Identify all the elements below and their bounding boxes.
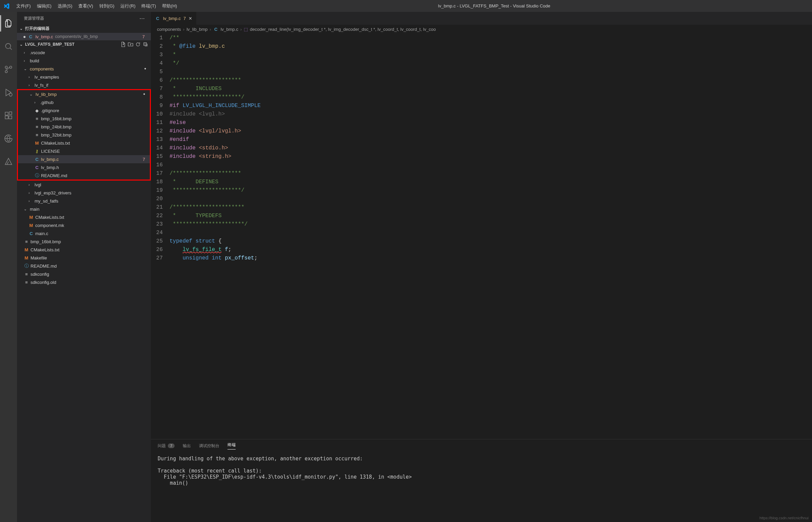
tree-file-bmp16[interactable]: ≡bmp_16bit.bmp	[18, 115, 150, 123]
file-icon: ≡	[24, 280, 29, 285]
c-file-icon: C	[155, 16, 160, 21]
panel-tab-output[interactable]: 输出	[183, 442, 191, 449]
menu-edit[interactable]: 编辑(E)	[34, 2, 54, 11]
chevron-right-icon: ›	[24, 51, 28, 55]
tree-file-bmp32[interactable]: ≡bmp_32bit.bmp	[18, 131, 150, 139]
tree-file-cmake2[interactable]: MCMakeLists.txt	[17, 213, 151, 221]
breadcrumb-part[interactable]: lv_bmp.c	[221, 27, 238, 32]
tree-folder-lvgl-drivers[interactable]: ›lvgl_esp32_drivers	[17, 189, 151, 197]
modified-dot-icon: •	[144, 67, 148, 71]
tree-file-cmake3[interactable]: MCMakeLists.txt	[17, 246, 151, 254]
license-icon: ⚷	[34, 149, 40, 154]
menu-file[interactable]: 文件(F)	[14, 2, 34, 11]
terminal-output[interactable]: During handling of the above exception, …	[151, 452, 812, 522]
menu-view[interactable]: 查看(V)	[76, 2, 96, 11]
svg-line-1	[10, 48, 12, 49]
tree-folder-lv-fs-if[interactable]: ›lv_fs_if	[17, 81, 151, 89]
tree-folder-components[interactable]: ⌄components•	[17, 65, 151, 73]
activity-bar	[0, 12, 17, 522]
project-name: LVGL_FATFS_BMP_TEST	[25, 42, 75, 47]
tree-file-bmp24[interactable]: ≡bmp_24bit.bmp	[18, 123, 150, 131]
tree-file-readme1[interactable]: ⓘREADME.md	[18, 172, 150, 180]
project-header[interactable]: ⌄ LVGL_FATFS_BMP_TEST	[17, 40, 151, 48]
chevron-down-icon: ⌄	[24, 207, 28, 212]
new-file-icon[interactable]	[120, 42, 126, 47]
modified-dot-icon: •	[143, 93, 147, 96]
menu-help[interactable]: 帮助(H)	[159, 2, 180, 11]
tree-folder-build[interactable]: ›build	[17, 57, 151, 65]
extensions-icon[interactable]	[0, 107, 17, 124]
source-control-icon[interactable]	[0, 61, 17, 78]
panel-tab-debug[interactable]: 调试控制台	[199, 442, 219, 449]
run-debug-icon[interactable]	[0, 84, 17, 101]
breadcrumb-part[interactable]: components	[157, 27, 181, 32]
info-icon: ⓘ	[34, 173, 40, 179]
explorer-icon[interactable]	[0, 15, 17, 32]
tree-folder-lv-examples[interactable]: ›lv_examples	[17, 73, 151, 81]
breadcrumb[interactable]: components › lv_lib_bmp › C lv_bmp.c › ⬚…	[151, 25, 812, 34]
open-editor-item[interactable]: ● C lv_bmp.c components\lv_lib_bmp 7	[17, 33, 151, 40]
tree-file-makefile[interactable]: MMakefile	[17, 254, 151, 262]
breadcrumb-part[interactable]: lv_lib_bmp	[187, 27, 208, 32]
chevron-right-icon: ›	[28, 199, 33, 203]
c-file-icon: C	[213, 27, 219, 32]
svg-point-0	[5, 43, 11, 48]
tree-file-sdkconfig-old[interactable]: ≡sdkconfig.old	[17, 278, 151, 286]
tree-folder-main[interactable]: ⌄main	[17, 205, 151, 213]
svg-marker-11	[5, 158, 12, 164]
refresh-icon[interactable]	[135, 42, 141, 47]
code-editor[interactable]: 1234567891011121314151617181920212223242…	[151, 34, 812, 439]
svg-marker-5	[6, 89, 11, 96]
menu-terminal[interactable]: 终端(T)	[139, 2, 159, 11]
tree-file-gitignore[interactable]: ◆.gitignore	[18, 106, 150, 115]
titlebar: 文件(F) 编辑(E) 选择(S) 查看(V) 转到(G) 运行(R) 终端(T…	[0, 0, 812, 12]
remote-icon[interactable]	[0, 130, 17, 147]
breadcrumb-symbol[interactable]: decoder_read_line(lv_img_decoder_t *, lv…	[250, 27, 436, 32]
search-icon[interactable]	[0, 38, 17, 55]
tab-lv-bmp-c[interactable]: C lv_bmp.c 7 ✕	[151, 12, 196, 25]
code-content[interactable]: /** * @file lv_bmp.c * */ /*************…	[170, 34, 812, 439]
line-gutter: 1234567891011121314151617181920212223242…	[151, 34, 170, 439]
tab-badge: 7	[183, 16, 186, 21]
tree-file-cmake1[interactable]: MCMakeLists.txt	[18, 139, 150, 147]
tree-folder-my-sd[interactable]: ›my_sd_fatfs	[17, 197, 151, 205]
svg-rect-7	[5, 112, 8, 115]
tree-folder-github[interactable]: ›.github	[18, 98, 150, 106]
m-file-icon: M	[34, 141, 40, 146]
file-icon: ≡	[34, 116, 40, 121]
chevron-right-icon: ›	[34, 100, 39, 104]
menu-go[interactable]: 转到(G)	[97, 2, 117, 11]
tree-file-main-c[interactable]: Cmain.c	[17, 229, 151, 238]
open-editor-badge: 7	[142, 34, 148, 39]
open-editor-path: components\lv_lib_bmp	[55, 34, 98, 39]
tree-file-lv-bmp-c[interactable]: Clv_bmp.c7	[18, 155, 150, 163]
chevron-right-icon: ›	[28, 75, 33, 79]
c-file-icon: C	[28, 34, 33, 39]
menu-selection[interactable]: 选择(S)	[55, 2, 75, 11]
tree-file-component-mk[interactable]: Mcomponent.mk	[17, 221, 151, 229]
tree-file-bmp16-root[interactable]: ≡bmp_16bit.bmp	[17, 238, 151, 246]
open-editors-header[interactable]: ⌄ 打开的编辑器	[17, 24, 151, 33]
file-icon: ≡	[34, 124, 40, 129]
menu-run[interactable]: 运行(R)	[118, 2, 138, 11]
tree-file-readme2[interactable]: ⓘREADME.md	[17, 262, 151, 270]
dirty-indicator-icon: ●	[23, 34, 26, 39]
tree-folder-lvgl[interactable]: ›lvgl	[17, 181, 151, 189]
close-icon[interactable]: ✕	[189, 16, 192, 21]
panel-tab-problems[interactable]: 问题 7	[158, 442, 175, 449]
panel-tab-terminal[interactable]: 终端	[228, 442, 236, 449]
error-badge: 7	[143, 157, 147, 162]
tree-file-sdkconfig[interactable]: ≡sdkconfig	[17, 270, 151, 278]
svg-rect-9	[9, 116, 12, 119]
cmake-icon[interactable]	[0, 154, 17, 170]
tree-file-license[interactable]: ⚷LICENSE	[18, 147, 150, 155]
m-file-icon: M	[28, 223, 34, 228]
info-icon: ⓘ	[24, 263, 29, 269]
collapse-all-icon[interactable]	[143, 42, 148, 47]
explorer-more-icon[interactable]: ⋯	[139, 15, 145, 22]
tree-folder-lv-lib-bmp[interactable]: ⌄lv_lib_bmp•	[18, 90, 150, 98]
tree-folder-vscode[interactable]: ›.vscode	[17, 48, 151, 57]
bottom-panel: 问题 7 输出 调试控制台 终端 During handling of the …	[151, 439, 812, 522]
tree-file-lv-bmp-h[interactable]: Clv_bmp.h	[18, 163, 150, 172]
new-folder-icon[interactable]	[128, 42, 133, 47]
